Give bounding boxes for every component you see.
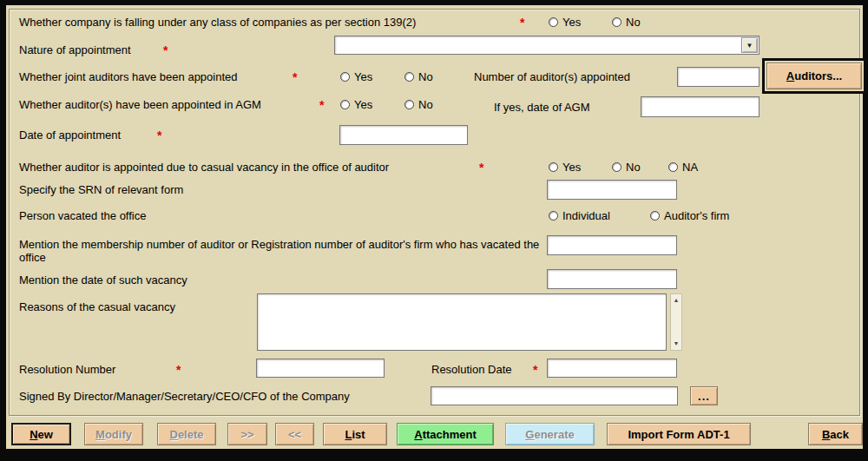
vacancy-date-label: Mention the date of such vacancy	[19, 273, 187, 286]
casual-no-label: No	[626, 161, 641, 174]
agm-yes-radio[interactable]	[340, 100, 350, 109]
agm-date-label: If yes, date of AGM	[494, 101, 590, 114]
signed-by-input[interactable]	[431, 386, 678, 405]
casual-yes-label: Yes	[562, 161, 581, 174]
casual-no-radio[interactable]	[612, 162, 621, 172]
person-individual-label: Individual	[562, 209, 610, 222]
auditors-button[interactable]: Auditors...	[766, 63, 862, 89]
resolution-number-label: Resolution Number	[19, 363, 115, 376]
casual-yes-radio[interactable]	[549, 162, 558, 172]
casual-required-asterisk: *	[479, 161, 483, 174]
resolution-date-asterisk: *	[533, 364, 537, 376]
attachment-button[interactable]: Attachment	[397, 423, 494, 445]
reasons-label: Reasons of the casual vacancy	[19, 300, 175, 313]
person-individual-radio[interactable]	[549, 211, 558, 221]
adt1-form-window: Whether company is falling under any cla…	[0, 0, 868, 461]
agm-no-radio[interactable]	[404, 100, 414, 109]
agm-no-label: No	[418, 98, 433, 111]
joint-auditors-label: Whether joint auditors have been appoint…	[19, 70, 238, 83]
section139-no-label: No	[626, 16, 641, 29]
membership-number-input[interactable]	[547, 235, 677, 255]
num-auditors-label: Number of auditor(s) appointed	[474, 70, 630, 83]
next-record-button: >>	[227, 423, 267, 445]
reasons-scrollbar[interactable]: ▲ ▼	[670, 293, 682, 351]
reasons-textarea[interactable]	[257, 293, 667, 351]
back-button[interactable]: Back	[808, 423, 863, 445]
casual-na-label: NA	[682, 161, 698, 174]
person-firm-label: Auditor's firm	[664, 209, 729, 222]
agm-required-asterisk: *	[319, 99, 324, 111]
joint-yes-label: Yes	[354, 70, 372, 83]
casual-na-radio[interactable]	[668, 162, 678, 172]
section139-yes-radio[interactable]	[549, 17, 558, 27]
resolution-date-input[interactable]	[547, 359, 677, 378]
nature-of-appointment-select[interactable]: ▼	[334, 36, 760, 55]
resolution-number-input[interactable]	[256, 359, 385, 378]
section139-no-radio[interactable]	[612, 17, 621, 27]
agm-yes-label: Yes	[354, 98, 372, 111]
signed-by-browse-button[interactable]: ...	[690, 386, 718, 405]
date-of-appointment-label: Date of appointment	[19, 128, 121, 142]
person-vacated-label: Person vacated the office	[19, 209, 146, 222]
section139-required-asterisk: *	[520, 16, 524, 29]
nature-required-asterisk: *	[163, 44, 168, 56]
person-firm-radio[interactable]	[650, 211, 660, 221]
dropdown-arrow-icon[interactable]: ▼	[741, 37, 758, 53]
previous-record-button: <<	[275, 423, 314, 445]
section139-yes-label: Yes	[562, 16, 581, 29]
import-form-adt1-button[interactable]: Import Form ADT-1	[607, 423, 751, 445]
section139-label: Whether company is falling under any cla…	[19, 16, 416, 29]
joint-no-label: No	[418, 70, 433, 83]
joint-required-asterisk: *	[293, 71, 297, 83]
agm-label: Whether auditor(s) have been appointed i…	[19, 98, 261, 111]
modify-button: Modify	[84, 423, 143, 445]
scroll-up-icon[interactable]: ▲	[671, 296, 681, 305]
date-of-appointment-input[interactable]	[339, 125, 468, 145]
auditors-button-frame: Auditors...	[762, 58, 866, 94]
srn-label: Specify the SRN of relevant form	[19, 183, 183, 196]
membership-number-label: Mention the membership number of auditor…	[19, 238, 540, 264]
delete-button: Delete	[157, 423, 216, 445]
srn-input[interactable]	[547, 180, 677, 200]
agm-date-input[interactable]	[641, 96, 760, 117]
appointment-required-asterisk: *	[157, 129, 161, 142]
vacancy-date-input[interactable]	[547, 269, 677, 289]
nature-of-appointment-label: Nature of appointment	[19, 43, 131, 56]
resolution-number-asterisk: *	[176, 364, 181, 376]
joint-no-radio[interactable]	[404, 72, 414, 82]
list-button[interactable]: List	[323, 423, 387, 445]
casual-vacancy-label: Whether auditor is appointed due to casu…	[19, 161, 389, 174]
resolution-date-label: Resolution Date	[431, 363, 512, 376]
joint-yes-radio[interactable]	[340, 72, 350, 82]
scroll-down-icon[interactable]: ▼	[671, 339, 681, 348]
new-button[interactable]: New	[11, 423, 71, 445]
generate-button: Generate	[505, 423, 595, 445]
signed-by-label: Signed By Director/Manager/Secretary/CEO…	[19, 390, 350, 403]
num-auditors-input[interactable]	[677, 67, 760, 87]
